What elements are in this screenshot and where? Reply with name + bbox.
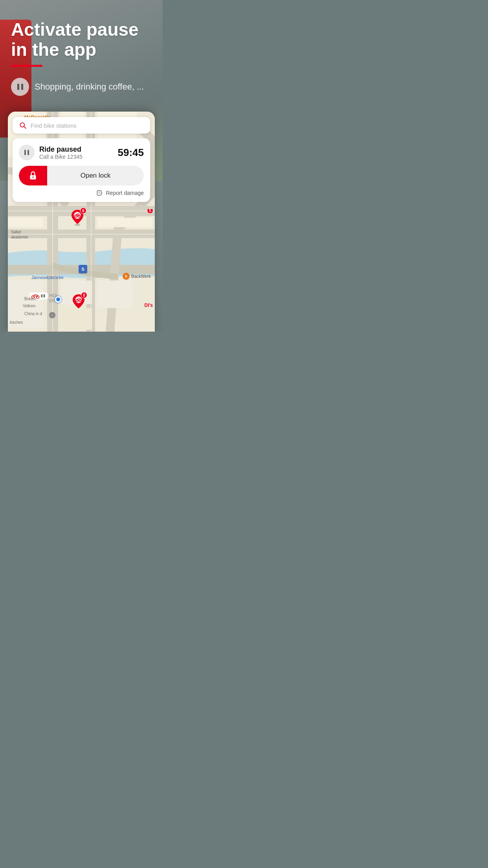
pause-bar-right [21, 84, 23, 90]
ride-timer: 59:45 [118, 147, 144, 159]
bike-station-marker-6[interactable]: 6 [70, 209, 85, 226]
ride-left: Ride paused Call a Bike 12345 [19, 145, 83, 160]
search-placeholder: Find bike stations [31, 122, 77, 129]
backwerk-marker: b BackWerk [123, 273, 151, 280]
sabel-label: Sabel akademie [11, 229, 28, 240]
volksm-label: Volksm [23, 304, 35, 308]
subtitle-text: Shopping, drinking coffee, ... [35, 82, 144, 92]
app-card: McDonald's Find bike stations [8, 112, 155, 332]
hes-er-label: HES ER [49, 293, 57, 303]
svg-rect-9 [8, 234, 155, 235]
svg-text:†: † [51, 314, 53, 317]
pause-icon [17, 84, 23, 90]
svg-rect-26 [97, 191, 102, 195]
report-icon [96, 189, 103, 196]
hes-text: HES [49, 293, 57, 298]
lock-icon [19, 166, 47, 185]
backwerk-icon: b [123, 273, 130, 280]
ride-pause-bar-left [24, 150, 26, 155]
ride-status-title: Ride paused [39, 145, 83, 154]
svg-point-25 [32, 176, 33, 178]
ride-info: Ride paused Call a Bike 12345 [39, 145, 83, 160]
svg-line-23 [24, 127, 26, 128]
report-damage-label: Report damage [106, 190, 144, 196]
svg-text:S: S [81, 267, 84, 272]
church-svg: † [50, 313, 55, 317]
bike-station-marker-5[interactable]: 5 [146, 209, 154, 226]
transit-marker-jannowitz[interactable]: S [79, 265, 87, 273]
jannowitz-label: Jannowitzbrücke [31, 275, 64, 280]
svg-rect-20 [97, 281, 133, 308]
pause-indicator-small [40, 294, 46, 297]
lock-svg-icon [28, 171, 38, 181]
backwerk-svg: b [123, 273, 129, 279]
backwerk-label: BackWerk [131, 274, 151, 279]
er-text: ER [49, 298, 57, 303]
open-lock-label: Open lock [47, 166, 144, 185]
svg-rect-21 [61, 308, 92, 330]
page-title: Activate pause in the app [11, 20, 152, 59]
transit-icon: S [79, 266, 86, 273]
map-container: McDonald's Find bike stations [8, 112, 155, 332]
church-icon: † [49, 312, 55, 318]
ride-pause-bar-right [28, 150, 29, 155]
pause-circle-icon [11, 78, 29, 96]
title-underline [11, 65, 42, 67]
pause-bar-left [17, 84, 19, 90]
botsc-label: Botsch [24, 297, 36, 301]
ride-pause-bars [24, 150, 29, 155]
di-label: DI's [144, 303, 153, 308]
red-pin-bottom[interactable]: 0 [72, 294, 86, 310]
ride-paused-card: Ride paused Call a Bike 12345 59:45 Open… [13, 138, 150, 202]
ride-header: Ride paused Call a Bike 12345 59:45 [19, 145, 144, 160]
svg-text:b: b [125, 274, 127, 278]
sabel-text-1: Sabel [11, 230, 21, 234]
ride-pause-circle-icon [19, 145, 35, 160]
open-lock-button[interactable]: Open lock [19, 166, 144, 185]
station-count-5: 5 [147, 209, 153, 214]
svg-rect-14 [97, 218, 152, 227]
china-label: China in d [24, 312, 42, 316]
sabel-text-2: akademie [11, 235, 28, 239]
search-icon [19, 121, 27, 129]
search-bar[interactable]: Find bike stations [13, 117, 150, 134]
ride-bike-name: Call a Bike 12345 [39, 154, 83, 160]
kisches-label: kisches [10, 320, 23, 325]
svg-rect-13 [8, 218, 43, 227]
report-damage-row[interactable]: Report damage [19, 189, 144, 196]
